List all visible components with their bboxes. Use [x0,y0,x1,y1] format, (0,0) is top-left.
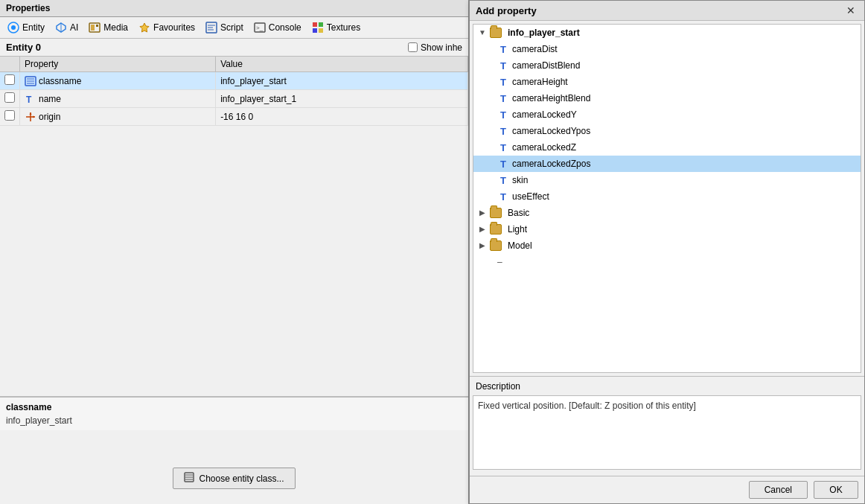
tree-item-cameraLockedY[interactable]: T cameraLockedY [473,106,861,123]
table-row[interactable]: T name info_player_start_1 [0,90,468,108]
svg-rect-5 [91,25,95,31]
item-label: cameraLockedYpos [512,126,590,136]
dialog-titlebar: Add property ✕ [470,1,864,21]
script-tab[interactable]: Script [201,19,248,36]
textures-icon [312,22,324,34]
tree-item-cameraLockedZpos[interactable]: T cameraLockedZpos [473,156,861,172]
prop-name: classname [39,76,81,86]
item-label: skin [512,175,528,185]
table-row[interactable]: classname info_player_start [0,72,468,90]
folder-icon [490,224,502,235]
coord-type-icon [25,111,36,123]
row-checkbox[interactable] [4,110,15,121]
ok-button[interactable]: OK [814,481,858,499]
choose-entity-icon [184,472,194,485]
tree-item-cameraDist[interactable]: T cameraDist [473,41,861,57]
tree-item-useEffect[interactable]: T useEffect [473,188,861,205]
type-T-icon: T [497,125,509,137]
properties-table-container: Property Value [0,57,468,397]
type-T-icon: T [497,76,509,88]
tree-more-indicator: – [473,254,861,270]
description-area: Description Fixed vertical position. [De… [470,376,864,476]
properties-panel: Properties Entity [0,0,469,504]
entity-icon [7,22,19,34]
prop-name-wrapper: T name [25,93,211,105]
svg-marker-25 [30,112,32,115]
tree-category-light[interactable]: ▶ Light [473,221,861,237]
tree-item-cameraLockedYpos[interactable]: T cameraLockedYpos [473,123,861,139]
detail-value: info_player_start [6,415,462,426]
chevron-right-icon: ▶ [478,241,487,250]
type-T-icon: T [497,60,509,71]
row-property-cell: T name [20,90,216,108]
type-T-icon: T [497,174,509,186]
prop-name-wrapper: origin [25,111,211,123]
detail-area: classname info_player_start [0,397,468,430]
tree-item-cameraHeightBlend[interactable]: T cameraHeightBlend [473,90,861,106]
entity-header: Entity 0 Show inhe [0,39,468,57]
category-label: Model [508,240,532,251]
col-check [0,57,20,72]
dialog-close-button[interactable]: ✕ [843,4,858,16]
textures-tab[interactable]: Textures [307,19,365,36]
item-label: cameraLockedZpos [512,159,590,169]
tree-category-basic[interactable]: ▶ Basic [473,205,861,221]
type-T-icon: T [497,158,509,170]
choose-btn-container: Choose entity class... [0,453,468,504]
tree-item-cameraHeight[interactable]: T cameraHeight [473,74,861,90]
type-T-icon: T [497,141,509,153]
chevron-right-icon: ▶ [478,208,487,217]
svg-text:T: T [26,95,32,105]
console-tab[interactable]: >_ Console [249,19,306,36]
folder-icon [490,240,502,251]
row-property-cell: origin [20,108,216,126]
table-row[interactable]: origin -16 16 0 [0,108,468,126]
item-label: cameraLockedY [512,109,577,120]
svg-marker-7 [140,23,149,32]
svg-point-1 [11,25,16,30]
list-type-icon [25,75,36,87]
svg-rect-16 [313,28,317,33]
media-tab[interactable]: Media [84,19,133,36]
show-inherited-checkbox[interactable] [408,42,418,52]
choose-btn-label: Choose entity class... [199,473,284,484]
chevron-right-icon: ▶ [478,225,487,234]
toolbar: Entity AI [0,17,468,39]
item-label: useEffect [512,191,549,202]
type-T-icon: T [497,109,509,121]
tree-category-info-player-start[interactable]: ▼ info_player_start [473,25,861,41]
item-label: cameraDistBlend [512,60,580,71]
property-tree[interactable]: ▼ info_player_start T cameraDist T camer… [473,24,861,373]
row-checkbox[interactable] [4,74,15,85]
ai-icon [55,22,67,34]
tree-category-model[interactable]: ▶ Model [473,237,861,254]
panel-title: Properties [0,0,468,17]
choose-entity-class-button[interactable]: Choose entity class... [173,468,295,489]
favourites-icon [138,22,150,34]
item-label: cameraDist [512,44,558,54]
category-label: Basic [508,208,529,218]
tree-item-cameraLockedZ[interactable]: T cameraLockedZ [473,139,861,156]
row-check-cell [0,72,20,90]
col-value-header: Value [216,57,468,72]
cancel-button[interactable]: Cancel [749,481,808,499]
favourites-tab[interactable]: Favourites [134,19,200,36]
ai-tab[interactable]: AI [51,19,83,36]
ellipsis-label: – [497,257,502,267]
row-check-cell [0,90,20,108]
media-icon [89,22,100,34]
svg-marker-26 [33,115,35,118]
show-inherited-label: Show inhe [421,42,462,53]
entity-title: Entity 0 [6,42,41,53]
dialog-title: Add property [476,5,537,16]
row-checkbox[interactable] [4,92,15,103]
entity-tab[interactable]: Entity [3,19,49,36]
folder-icon [490,208,502,218]
properties-table: Property Value [0,57,468,126]
svg-rect-14 [313,22,317,27]
description-label: Description [473,380,861,393]
text-type-icon: T [25,93,36,105]
tree-item-skin[interactable]: T skin [473,172,861,188]
tree-item-cameraDistBlend[interactable]: T cameraDistBlend [473,57,861,74]
svg-rect-6 [96,25,98,27]
